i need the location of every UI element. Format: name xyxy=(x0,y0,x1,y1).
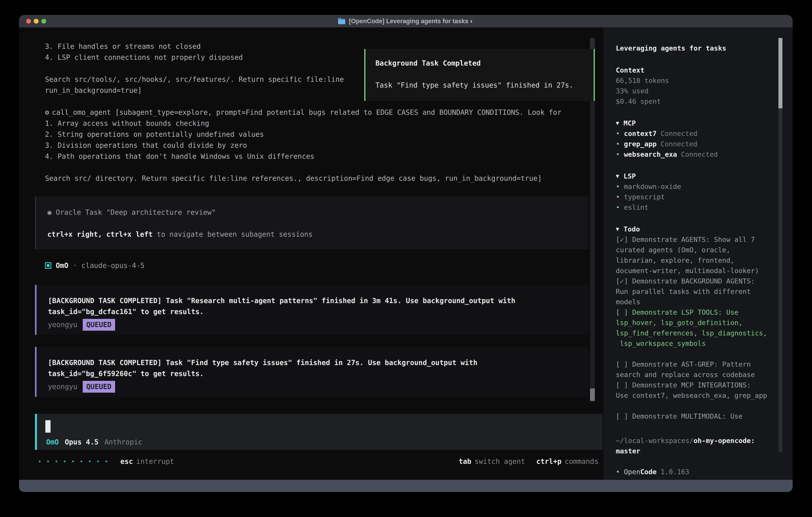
input-provider-label: Anthropic xyxy=(105,437,142,447)
bullet-icon: • xyxy=(616,202,620,213)
gear-icon: ⚙ xyxy=(45,107,49,118)
workspace-repo: oh-my-opencode: xyxy=(694,437,755,445)
workspace-prefix: ~/local-workspaces/ xyxy=(616,437,694,445)
task-message-line: [BACKGROUND TASK COMPLETED] Task "Find t… xyxy=(48,357,588,368)
ctrlp-action-label: commands xyxy=(564,457,599,465)
mcp-name: context7 xyxy=(624,128,657,139)
lsp-heading: LSP xyxy=(624,171,636,181)
tool-call-footer: Search src/ directory. Return specific f… xyxy=(45,173,592,184)
esc-action-label: interrupt xyxy=(136,457,174,465)
oracle-task-title: Oracle Task "Deep architecture review" xyxy=(56,208,216,216)
agent-header: OmO · claude-opus-4-5 xyxy=(45,261,144,271)
input-agent-label[interactable]: OmO xyxy=(46,437,59,447)
background-task-toast: Background Task Completed Task "Find typ… xyxy=(364,49,595,101)
lsp-item: • eslint xyxy=(616,202,776,213)
status-badge: QUEUED xyxy=(83,319,115,331)
traffic-lights xyxy=(26,19,46,24)
lsp-section-header[interactable]: ▼ LSP xyxy=(616,171,776,181)
mcp-item: • context7 Connected xyxy=(616,128,776,139)
status-bar-right: tab switch agent ctrl+p commands xyxy=(459,457,599,465)
window-title-row: [OpenCode] Leveraging agents for tasks ◐ xyxy=(338,18,474,25)
bullet-icon: • xyxy=(616,149,620,160)
separator-dot: · xyxy=(73,262,77,270)
task-message-line: task_id="bg_dcfac161" to get results. xyxy=(48,306,588,317)
mcp-item: • grep_app Connected xyxy=(616,139,776,149)
mcp-item: • websearch_exa Connected xyxy=(616,149,776,160)
chat-scrollbar-thumb[interactable] xyxy=(590,388,595,401)
text-cursor xyxy=(46,420,51,433)
task-message-line: task_id="bg_6f59260c" to get results. xyxy=(48,368,588,379)
todo-item-done: [✓] Demonstrate BACKGROUND AGENTS: Run p… xyxy=(616,276,776,307)
workspace-path: ~/local-workspaces/oh-my-opencode: xyxy=(616,435,776,446)
tab-key-hint: tab xyxy=(459,457,471,465)
todo-item-active: [ ] Demonstrate LSP TOOLS: Use lsp_hover… xyxy=(616,307,776,349)
task-meta-row: yeongyu QUEUED xyxy=(48,319,588,331)
app-name: OpenCode xyxy=(624,467,657,477)
bullet-icon: • xyxy=(616,192,620,202)
oracle-task-title-row: ◉ Oracle Task "Deep architecture review" xyxy=(47,207,588,218)
tool-call-item: 3. Division operations that could divide… xyxy=(45,140,592,151)
bullet-icon: • xyxy=(616,128,620,139)
input-meta-row: OmO Opus 4.5 Anthropic xyxy=(46,437,142,447)
todo-section-header[interactable]: ▼ Todo xyxy=(616,224,776,234)
sidebar-scrollbar-thumb[interactable] xyxy=(778,38,782,108)
mcp-name: grep_app xyxy=(624,139,657,149)
prompt-input[interactable]: OmO Opus 4.5 Anthropic xyxy=(35,414,602,450)
task-message-line: [BACKGROUND TASK COMPLETED] Task "Resear… xyxy=(48,295,588,306)
mcp-status: Connected xyxy=(661,128,697,139)
task-meta-row: yeongyu QUEUED xyxy=(48,381,588,393)
subagent-shortcut-hint: ctrl+x right, ctrl+x left to navigate be… xyxy=(47,229,588,240)
context-heading: Context xyxy=(616,65,776,75)
app-version: 1.0.163 xyxy=(661,467,689,477)
folder-icon xyxy=(338,18,346,25)
mcp-section-header[interactable]: ▼ MCP xyxy=(616,118,776,128)
sidebar: Leveraging agents for tasks Context 66,5… xyxy=(616,43,776,477)
version-row: • OpenCode 1.0.163 xyxy=(616,467,776,477)
agent-model: claude-opus-4-5 xyxy=(81,262,144,270)
oracle-task-box[interactable]: ◉ Oracle Task "Deep architecture review"… xyxy=(35,196,588,249)
context-spent: $0.46 spent xyxy=(616,96,776,107)
toast-title: Background Task Completed xyxy=(375,58,593,69)
mcp-name: websearch_exa xyxy=(624,149,677,160)
record-icon: ◉ xyxy=(47,208,52,216)
shortcut-description: to navigate between subagent sessions xyxy=(153,230,313,238)
task-author: yeongyu xyxy=(48,381,78,392)
status-badge: QUEUED xyxy=(83,381,115,393)
todo-item-done: [✓] Demonstrate AGENTS: Show all 7 curat… xyxy=(616,234,776,276)
session-title: Leveraging agents for tasks xyxy=(616,43,776,53)
task-message-block: [BACKGROUND TASK COMPLETED] Task "Find t… xyxy=(35,347,588,397)
tab-action-label: switch agent xyxy=(474,457,525,465)
mcp-status: Connected xyxy=(661,139,697,149)
status-bar: ········· esc interrupt tab switch agent… xyxy=(37,456,599,467)
tool-call-item: 2. String operations on potentially unde… xyxy=(45,129,592,140)
minimize-button[interactable] xyxy=(34,19,38,24)
tool-call-header-row: ⚙ call_omo_agent [subagent_type=explore,… xyxy=(45,107,592,118)
titlebar[interactable]: [OpenCode] Leveraging agents for tasks ◐ xyxy=(19,15,793,27)
close-button[interactable] xyxy=(26,19,31,24)
context-used: 33% used xyxy=(616,86,776,96)
todo-item-pending: [ ] Demonstrate MULTIMODAL: Use xyxy=(616,411,776,421)
input-model-label[interactable]: Opus 4.5 xyxy=(65,437,98,447)
chevron-down-icon: ▼ xyxy=(616,171,619,181)
chat-scrollbar-cap xyxy=(590,38,595,50)
lsp-name: typescript xyxy=(624,192,665,202)
todo-heading: Todo xyxy=(624,224,640,234)
zoom-button[interactable] xyxy=(41,19,46,24)
window-title: [OpenCode] Leveraging agents for tasks ◐ xyxy=(349,18,474,25)
mcp-heading: MCP xyxy=(624,118,636,128)
toast-body: Task "Find type safety issues" finished … xyxy=(375,80,593,91)
esc-key-hint: esc xyxy=(120,457,133,465)
agent-name: OmO xyxy=(56,262,68,270)
context-tokens: 66,518 tokens xyxy=(616,75,776,86)
workspace-branch: master xyxy=(616,446,776,456)
lsp-item: • markdown-oxide xyxy=(616,181,776,192)
tool-call-header: call_omo_agent [subagent_type=explore, p… xyxy=(52,107,561,118)
lsp-item: • typescript xyxy=(616,192,776,202)
bullet-icon: • xyxy=(616,139,620,149)
bullet-icon: • xyxy=(616,181,620,192)
bullet-icon: • xyxy=(616,467,620,477)
app-window: [OpenCode] Leveraging agents for tasks ◐… xyxy=(19,15,793,492)
chevron-down-icon: ▼ xyxy=(616,118,619,128)
todo-item-pending: [ ] Demonstrate MCP INTEGRATIONS: Use co… xyxy=(616,380,776,401)
task-author: yeongyu xyxy=(48,319,78,330)
